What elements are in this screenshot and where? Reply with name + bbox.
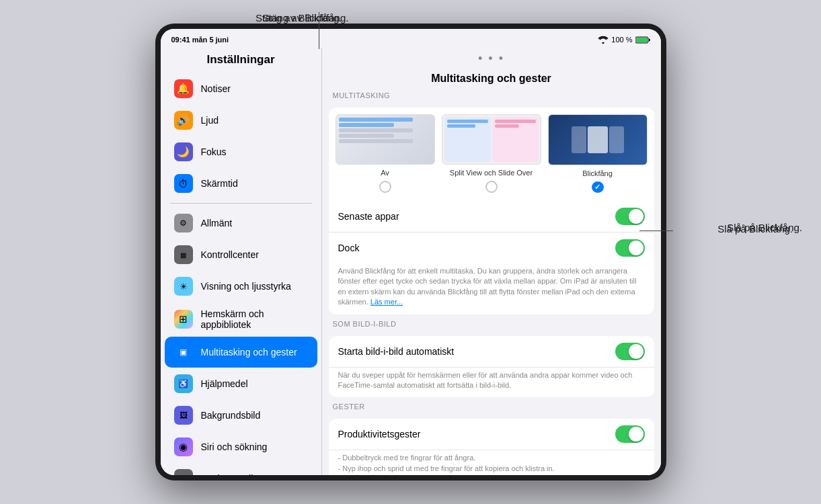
sidebar-item-skarmtid[interactable]: ⏱ Skärmtid xyxy=(165,168,317,199)
main-area: Inställningar 🔔 Notiser 🔊 Ljud 🌙 Fokus ⏱… xyxy=(161,48,661,475)
settings-row-dock[interactable]: Dock xyxy=(329,233,654,263)
sidebar-divider xyxy=(170,203,312,204)
status-icons: 100 % xyxy=(598,36,650,44)
skarmtid-icon: ⏱ xyxy=(174,174,193,193)
mt-label-split: Split View och Slide Over xyxy=(450,169,533,177)
settings-row-bildauto[interactable]: Starta bild-i-bild automatiskt xyxy=(329,336,654,368)
thumb-line xyxy=(339,128,413,132)
split-left xyxy=(444,117,491,162)
thumb-line xyxy=(339,139,413,143)
sidebar-item-bakgrundsbild[interactable]: 🖼 Bakgrundsbild xyxy=(165,400,317,431)
hemskarm-icon: ⊞ xyxy=(174,310,193,329)
annotation-turn-off-label: Stäng av Blickfång. xyxy=(262,12,348,24)
toggle-knob xyxy=(629,344,643,359)
mt-thumbnail-split xyxy=(442,114,541,165)
sidebar-item-fokus[interactable]: 🌙 Fokus xyxy=(165,136,317,167)
section-multitasking-label: MULTITASKING xyxy=(322,91,661,103)
stage-win xyxy=(609,126,624,153)
battery-icon xyxy=(635,36,650,44)
sidebar-item-hjalpmedel[interactable]: ♿ Hjälpmedel xyxy=(165,368,317,399)
ipad-frame: 09:41 mån 5 juni 100 % Inställ xyxy=(155,24,666,480)
sidebar-item-pencil[interactable]: ✏ Apple Pencil xyxy=(165,463,317,475)
fokus-icon: 🌙 xyxy=(174,142,193,161)
visning-icon: ☀ xyxy=(174,277,193,296)
sidebar-item-visning[interactable]: ☀ Visning och ljusstyrka xyxy=(165,271,317,302)
stage-win-main xyxy=(588,126,608,153)
mt-thumbnail-av xyxy=(336,114,435,165)
sidebar-label: Fokus xyxy=(201,146,227,157)
section-bildibild-label: SOM BILD-I-BILD xyxy=(322,320,661,332)
sidebar-label: Siri och sökning xyxy=(201,442,268,452)
siri-icon: ◉ xyxy=(174,437,193,456)
toggle-senaste[interactable] xyxy=(615,208,645,225)
status-time: 09:41 mån 5 juni xyxy=(171,36,229,44)
ljud-icon: 🔊 xyxy=(174,111,193,130)
bild-desc: När du sveper uppåt för hemskärmen eller… xyxy=(329,368,654,398)
notiser-icon: 🔔 xyxy=(174,79,193,98)
stage-windows xyxy=(572,126,624,153)
toggle-bildauto[interactable] xyxy=(615,343,645,360)
svg-rect-1 xyxy=(636,38,648,42)
mt-label-av: Av xyxy=(381,169,389,177)
sidebar-item-kontrollcenter[interactable]: ▦ Kontrollcenter xyxy=(165,239,317,270)
multitasking-options-card: Av xyxy=(329,108,654,314)
mt-radio-av[interactable] xyxy=(379,181,391,193)
allment-icon: ⚙ xyxy=(174,214,193,233)
toggle-knob xyxy=(629,209,643,224)
sidebar-label: Hjälpmedel xyxy=(201,378,248,389)
mt-option-av[interactable]: Av xyxy=(336,114,435,193)
mt-thumbnail-blickfang xyxy=(548,114,648,165)
panel-dots: • • • xyxy=(478,52,504,66)
right-panel[interactable]: • • • Multitasking och gester MULTITASKI… xyxy=(322,48,661,475)
toggle-knob xyxy=(629,241,643,255)
row-label-bildauto: Starta bild-i-bild automatiskt xyxy=(338,346,455,357)
battery-text: 100 % xyxy=(611,36,632,44)
panel-topbar: • • • xyxy=(322,48,661,70)
mt-radio-blickfang[interactable] xyxy=(592,181,604,193)
hjalpmedel-icon: ♿ xyxy=(174,374,193,393)
sidebar-label: Bakgrundsbild xyxy=(201,410,261,421)
sidebar-label: Visning och ljusstyrka xyxy=(201,281,291,292)
status-bar: 09:41 mån 5 juni 100 % xyxy=(161,29,661,48)
mt-label-blickfang: Blickfång xyxy=(582,169,613,177)
settings-row-produktivitet[interactable]: Produktivitetsgester xyxy=(329,419,654,450)
annotation-line-top xyxy=(319,12,319,49)
thumb-line xyxy=(339,134,395,138)
panel-title: Multitasking och gester xyxy=(322,70,661,91)
mt-option-blickfang[interactable]: Blickfång xyxy=(548,114,648,193)
wifi-icon xyxy=(598,36,609,44)
sidebar-item-notiser[interactable]: 🔔 Notiser xyxy=(165,73,317,104)
sidebar-item-hemskarm[interactable]: ⊞ Hemskärm och appbibliotek xyxy=(165,302,317,336)
sidebar-label: Skärmtid xyxy=(201,178,238,189)
sidebar-item-siri[interactable]: ◉ Siri och sökning xyxy=(165,431,317,462)
sidebar-label: Multitasking och gester xyxy=(201,347,297,358)
pencil-icon: ✏ xyxy=(174,469,193,475)
settings-row-senaste[interactable]: Senaste appar xyxy=(329,201,654,233)
bakgrundsbild-icon: 🖼 xyxy=(174,406,193,425)
stage-win xyxy=(572,126,586,153)
row-label-dock: Dock xyxy=(338,243,360,253)
multitasking-icon: ▣ xyxy=(174,343,193,362)
sidebar-item-ljud[interactable]: 🔊 Ljud xyxy=(165,105,317,136)
sidebar-label: Hemskärm och appbibliotek xyxy=(201,308,308,330)
sidebar-item-multitasking[interactable]: ▣ Multitasking och gester xyxy=(165,337,317,368)
toggle-dock[interactable] xyxy=(615,239,645,257)
blickfang-link[interactable]: Läs mer... xyxy=(370,298,403,306)
produkt-desc: - Dubbeltryck med tre fingrar för att ån… xyxy=(329,450,654,475)
sidebar-label: Apple Pencil xyxy=(201,473,253,475)
sidebar-label: Notiser xyxy=(201,83,231,94)
mt-option-split[interactable]: Split View och Slide Over xyxy=(442,114,541,193)
sidebar[interactable]: Inställningar 🔔 Notiser 🔊 Ljud 🌙 Fokus ⏱… xyxy=(161,48,322,475)
annotation-turn-on-label: Slå på Blickfång. xyxy=(717,223,793,235)
sidebar-label: Ljud xyxy=(201,115,219,126)
sidebar-label: Kontrollcenter xyxy=(201,249,259,260)
thumb-line xyxy=(339,118,413,122)
blickfang-desc: Använd Blickfång för att enkelt multitas… xyxy=(329,263,654,314)
mt-radio-split[interactable] xyxy=(485,181,498,193)
annotation-line-right xyxy=(639,230,673,231)
toggle-knob xyxy=(629,427,643,442)
toggle-produktivitet[interactable] xyxy=(615,425,645,443)
sidebar-item-allment[interactable]: ⚙ Allmänt xyxy=(165,208,317,239)
gester-card: Produktivitetsgester - Dubbeltryck med t… xyxy=(329,419,654,475)
split-right xyxy=(492,117,539,162)
